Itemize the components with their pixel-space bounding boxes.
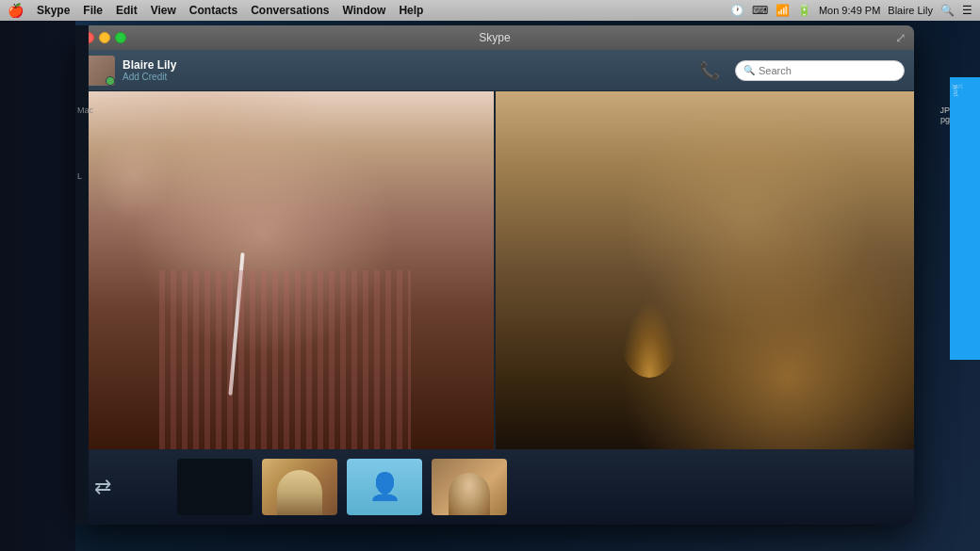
right-hint-pg: pg bbox=[939, 115, 950, 124]
twitter-label: wat bbox=[952, 85, 960, 96]
spotlight-icon[interactable]: 🔍 bbox=[940, 4, 955, 17]
participant-thumb-1[interactable] bbox=[177, 459, 253, 515]
conversations-menu[interactable]: Conversations bbox=[251, 4, 329, 17]
apple-menu[interactable]: 🍎 bbox=[8, 3, 24, 18]
view-menu[interactable]: View bbox=[151, 4, 176, 17]
maximize-button[interactable] bbox=[115, 32, 126, 43]
video-right bbox=[495, 91, 914, 449]
side-left: Mac L bbox=[0, 21, 75, 551]
desktop: Mac L JP pg Skype ⤢ Blaire Lily Add bbox=[0, 21, 980, 551]
contacts-menu[interactable]: Contacts bbox=[189, 4, 237, 17]
bluetooth-icon: ⌨ bbox=[752, 4, 768, 17]
twitter-panel: wat bbox=[950, 77, 980, 360]
phone-icon: 📞 bbox=[699, 60, 720, 81]
skype-toolbar: Blaire Lily Add Credit 📞 🔍 bbox=[75, 50, 914, 91]
participant-thumb-4[interactable] bbox=[432, 459, 507, 515]
video-left bbox=[75, 91, 495, 449]
menubar-time: Mon 9:49 PM bbox=[819, 5, 880, 16]
participant-thumb-2[interactable] bbox=[262, 459, 337, 515]
mac-menubar: 🍎 Skype File Edit View Contacts Conversa… bbox=[0, 0, 980, 21]
user-status-indicator bbox=[106, 76, 115, 86]
wall-pattern-decor bbox=[96, 127, 172, 221]
search-box[interactable]: 🔍 bbox=[735, 60, 905, 81]
skype-menu[interactable]: Skype bbox=[37, 4, 70, 17]
search-icon: 🔍 bbox=[743, 65, 755, 75]
skype-left-dark-strip bbox=[75, 25, 89, 525]
minimize-button[interactable] bbox=[99, 32, 110, 43]
edit-menu[interactable]: Edit bbox=[116, 4, 138, 17]
skype-window: Skype ⤢ Blaire Lily Add Credit 📞 🔍 bbox=[75, 25, 914, 525]
sync-icon: ⇄ bbox=[94, 475, 111, 499]
top-right-hints: JP pg bbox=[939, 105, 950, 124]
guy-video-overlay bbox=[495, 91, 914, 449]
user-avatar bbox=[85, 56, 115, 86]
battery-icon: 🔋 bbox=[797, 4, 811, 17]
participant-thumb-3[interactable]: 👤 bbox=[347, 459, 422, 515]
window-controls bbox=[83, 32, 126, 43]
mac-menubar-left: 🍎 Skype File Edit View Contacts Conversa… bbox=[8, 3, 423, 18]
help-menu[interactable]: Help bbox=[399, 4, 423, 17]
add-credit-link[interactable]: Add Credit bbox=[122, 72, 692, 82]
video-area bbox=[75, 91, 914, 449]
user-name-label: Blaire Lily bbox=[122, 58, 692, 72]
shirt-pattern bbox=[159, 270, 411, 449]
video-divider bbox=[494, 91, 496, 449]
window-title: Skype bbox=[479, 31, 510, 44]
mac-menubar-right: 🕐 ⌨ 📶 🔋 Mon 9:49 PM Blaire Lily 🔍 ☰ bbox=[730, 4, 972, 17]
user-info: Blaire Lily Add Credit bbox=[122, 58, 692, 82]
notification-icon[interactable]: ☰ bbox=[962, 4, 972, 17]
search-input[interactable] bbox=[759, 65, 896, 76]
participant-bar: ⇄ 👤 bbox=[75, 449, 914, 525]
left-text-hints: Mac L bbox=[77, 105, 93, 181]
wifi-icon: 📶 bbox=[776, 4, 790, 17]
skype-titlebar: Skype ⤢ bbox=[75, 25, 914, 50]
left-hint-2: L bbox=[77, 171, 93, 181]
file-menu[interactable]: File bbox=[83, 4, 103, 17]
window-resize-icon[interactable]: ⤢ bbox=[895, 30, 906, 45]
left-hint-1: Mac bbox=[77, 105, 93, 115]
menubar-user: Blaire Lily bbox=[888, 5, 933, 16]
window-menu[interactable]: Window bbox=[343, 4, 386, 17]
clock-icon: 🕐 bbox=[730, 4, 744, 17]
lamp-glow bbox=[621, 302, 678, 378]
contact-person-icon: 👤 bbox=[368, 474, 401, 500]
right-hint-jp: JP bbox=[939, 105, 950, 115]
